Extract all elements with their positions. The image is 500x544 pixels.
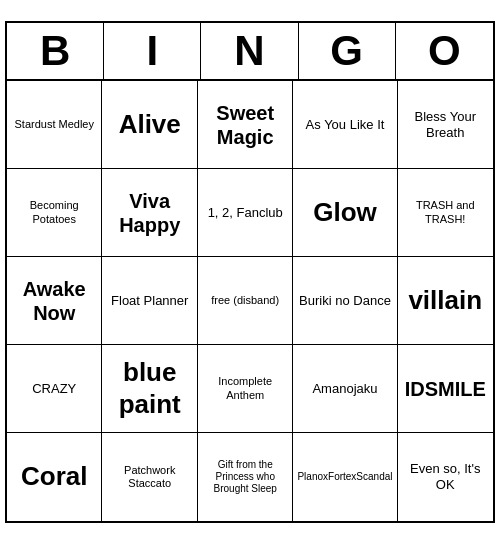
bingo-cell-14[interactable]: villain [398,257,493,345]
bingo-cell-2[interactable]: Sweet Magic [198,81,293,169]
bingo-cell-5[interactable]: Becoming Potatoes [7,169,102,257]
bingo-cell-8[interactable]: Glow [293,169,397,257]
bingo-cell-15[interactable]: CRAZY [7,345,102,433]
bingo-cell-24[interactable]: Even so, It's OK [398,433,493,521]
bingo-cell-3[interactable]: As You Like It [293,81,397,169]
bingo-cell-18[interactable]: Amanojaku [293,345,397,433]
bingo-cell-11[interactable]: Float Planner [102,257,197,345]
bingo-cell-22[interactable]: Gift from the Princess who Brought Sleep [198,433,293,521]
letter-g: G [299,23,396,79]
bingo-cell-10[interactable]: Awake Now [7,257,102,345]
bingo-cell-6[interactable]: Viva Happy [102,169,197,257]
bingo-header: B I N G O [7,23,493,81]
bingo-cell-17[interactable]: Incomplete Anthem [198,345,293,433]
letter-b: B [7,23,104,79]
letter-n: N [201,23,298,79]
bingo-cell-20[interactable]: Coral [7,433,102,521]
bingo-cell-1[interactable]: Alive [102,81,197,169]
bingo-cell-4[interactable]: Bless Your Breath [398,81,493,169]
bingo-cell-16[interactable]: blue paint [102,345,197,433]
bingo-cell-12[interactable]: free (disband) [198,257,293,345]
bingo-cell-0[interactable]: Stardust Medley [7,81,102,169]
bingo-card: B I N G O Stardust MedleyAliveSweet Magi… [5,21,495,523]
bingo-cell-9[interactable]: TRASH and TRASH! [398,169,493,257]
bingo-cell-21[interactable]: Patchwork Staccato [102,433,197,521]
letter-i: I [104,23,201,79]
bingo-cell-13[interactable]: Buriki no Dance [293,257,397,345]
bingo-cell-23[interactable]: PlanoxFortexScandal [293,433,397,521]
bingo-grid: Stardust MedleyAliveSweet MagicAs You Li… [7,81,493,521]
letter-o: O [396,23,493,79]
bingo-cell-19[interactable]: IDSMILE [398,345,493,433]
bingo-cell-7[interactable]: 1, 2, Fanclub [198,169,293,257]
